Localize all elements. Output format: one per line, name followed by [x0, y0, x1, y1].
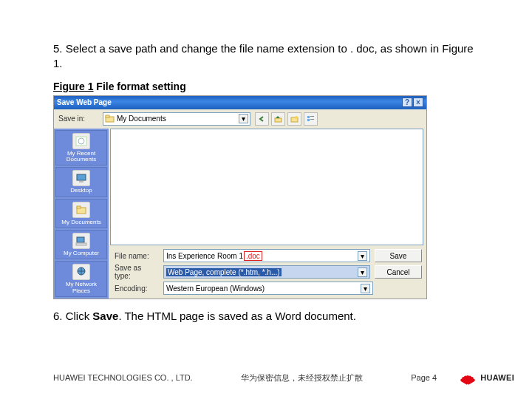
- footer: HUAWEI TECHNOLOGIES CO. , LTD. 华为保密信息，未经…: [0, 366, 532, 389]
- filename-ext-highlight: .doc: [244, 251, 262, 261]
- place-label: My Computer: [64, 250, 99, 256]
- cancel-button[interactable]: Cancel: [375, 265, 422, 279]
- saveastype-dropdown[interactable]: Web Page, complete (*.htm, *.h...) ▾: [163, 265, 370, 279]
- place-documents[interactable]: My Documents: [55, 199, 107, 228]
- step-6: 6. Click Save. The HTML page is saved as…: [53, 310, 479, 322]
- figure-caption: Figure 1 File format setting: [53, 81, 479, 92]
- svg-point-4: [295, 116, 298, 119]
- svg-rect-7: [307, 119, 310, 121]
- views-button[interactable]: [304, 112, 318, 126]
- title-bar: Save Web Page ? ×: [54, 96, 426, 109]
- savein-dropdown[interactable]: My Documents ▾: [103, 112, 250, 126]
- close-icon: ×: [416, 98, 420, 106]
- place-network[interactable]: My Network Places: [55, 261, 107, 297]
- encoding-dropdown[interactable]: Western European (Windows) ▾: [163, 282, 373, 295]
- svg-rect-6: [310, 116, 314, 117]
- confidential: 华为保密信息，未经授权禁止扩散: [193, 372, 412, 383]
- saveastype-value: Web Page, complete (*.htm, *.h...): [166, 268, 282, 276]
- file-pane[interactable]: [110, 129, 423, 246]
- place-desktop[interactable]: Desktop: [55, 167, 107, 197]
- page-number: Page 4: [411, 373, 458, 382]
- svg-rect-15: [77, 237, 84, 242]
- figure-title: File format setting: [93, 81, 185, 92]
- filename-input[interactable]: Ins Experience Room 1 .doc ▾: [163, 249, 370, 262]
- svg-rect-8: [310, 119, 314, 120]
- svg-rect-11: [77, 174, 86, 180]
- computer-icon: [75, 236, 87, 246]
- savein-value: My Documents: [117, 115, 166, 123]
- close-button[interactable]: ×: [413, 98, 423, 107]
- figure-label: Figure 1: [53, 81, 93, 92]
- new-folder-button[interactable]: [287, 112, 301, 126]
- chevron-down-icon: ▾: [358, 251, 367, 261]
- place-label: My Documents: [61, 219, 100, 225]
- huawei-logo: HUAWEI: [458, 370, 514, 385]
- svg-rect-1: [106, 115, 109, 117]
- savein-row: Save in: My Documents ▾: [54, 109, 426, 129]
- encoding-value: Western European (Windows): [166, 284, 265, 293]
- documents-icon: [75, 205, 87, 215]
- filename-value: Ins Experience Room 1: [166, 252, 243, 260]
- title-text: Save Web Page: [57, 98, 401, 106]
- back-icon: [259, 115, 266, 123]
- brand-text: HUAWEI: [480, 373, 514, 382]
- places-bar: My Recent Documents Desktop My Documents…: [54, 129, 109, 299]
- place-label: My Network Places: [57, 282, 106, 294]
- save-dialog: Save Web Page ? × Save in: My Documents …: [53, 95, 427, 300]
- place-label: Desktop: [70, 188, 92, 194]
- folder-icon: [105, 115, 115, 123]
- desktop-icon: [75, 173, 87, 183]
- saveastype-label: Save as type:: [110, 264, 159, 280]
- views-icon: [307, 115, 315, 123]
- help-button[interactable]: ?: [402, 98, 412, 107]
- place-recent[interactable]: My Recent Documents: [55, 130, 107, 166]
- svg-rect-5: [307, 116, 310, 118]
- recent-icon: [75, 136, 87, 146]
- chevron-down-icon: ▾: [239, 114, 248, 123]
- svg-rect-2: [275, 118, 282, 122]
- back-button[interactable]: [255, 112, 269, 126]
- network-icon: [75, 267, 87, 277]
- svg-rect-12: [79, 181, 83, 183]
- place-label: My Recent Documents: [57, 151, 106, 163]
- svg-rect-14: [77, 206, 81, 208]
- savein-label: Save in:: [58, 115, 103, 123]
- save-button[interactable]: Save: [375, 249, 422, 262]
- help-icon: ?: [405, 98, 409, 106]
- step-5: 5. Select a save path and change the fil…: [53, 41, 479, 72]
- svg-rect-16: [76, 243, 86, 245]
- new-folder-icon: [290, 115, 299, 123]
- chevron-down-icon: ▾: [361, 284, 370, 293]
- chevron-down-icon: ▾: [358, 267, 367, 277]
- filename-label: File name:: [110, 252, 159, 260]
- petals-icon: [458, 370, 477, 385]
- save-word: Save: [92, 310, 118, 322]
- up-icon: [274, 115, 282, 123]
- place-computer[interactable]: My Computer: [55, 230, 107, 259]
- encoding-label: Encoding:: [110, 284, 159, 293]
- company: HUAWEI TECHNOLOGIES CO. , LTD.: [53, 373, 193, 382]
- up-button[interactable]: [271, 112, 285, 126]
